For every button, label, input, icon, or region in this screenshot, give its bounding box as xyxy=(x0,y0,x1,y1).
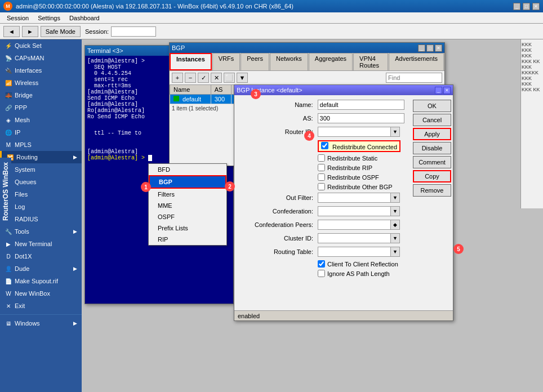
tab-instances[interactable]: Instances xyxy=(170,53,212,70)
out-filter-input[interactable] xyxy=(318,193,391,203)
safe-mode-button[interactable]: Safe Mode xyxy=(41,26,81,37)
context-item-prefix-lists[interactable]: Prefix Lists xyxy=(149,222,226,234)
menu-bar: Session Settings Dashboard xyxy=(0,12,543,24)
routing-table-dropdown[interactable]: ▼ xyxy=(391,247,400,257)
minimize-btn[interactable]: _ xyxy=(513,3,520,10)
as-input[interactable] xyxy=(318,113,404,123)
context-item-rip[interactable]: RIP xyxy=(149,234,226,245)
context-item-filters[interactable]: Filters xyxy=(149,189,226,200)
sidebar-item-files[interactable]: 📁 Files xyxy=(0,188,82,201)
sidebar-item-radius[interactable]: R RADIUS xyxy=(0,213,82,225)
col-as[interactable]: AS xyxy=(211,85,232,95)
redistribute-connected-checkbox[interactable] xyxy=(321,142,328,149)
close-btn[interactable]: ✕ xyxy=(532,3,540,10)
sidebar-item-wireless[interactable]: 📶 Wireless xyxy=(0,77,82,89)
bgp-maximize[interactable]: □ xyxy=(426,44,434,52)
menu-settings[interactable]: Settings xyxy=(33,14,65,22)
cluster-id-label: Cluster ID: xyxy=(240,235,313,242)
remove-btn[interactable]: − xyxy=(185,73,196,83)
router-id-input[interactable] xyxy=(318,127,391,137)
context-item-mme[interactable]: MME xyxy=(149,200,226,211)
cancel-btn[interactable]: ✕ xyxy=(211,73,222,83)
sidebar-item-ppp[interactable]: 🔗 PPP xyxy=(0,101,82,114)
title-bar: M admin@50:00:00:02:00:00 (Alestra) via … xyxy=(0,0,543,12)
redistribute-static-checkbox[interactable] xyxy=(318,154,325,162)
out-filter-dropdown[interactable]: ▼ xyxy=(391,193,400,203)
confederation-peers-label: Confederation Peers: xyxy=(240,221,313,228)
redistribute-rip-checkbox[interactable] xyxy=(318,164,325,171)
filter-btn[interactable]: ▼ xyxy=(237,73,248,83)
sidebar-item-routing[interactable]: 🔀 Routing ▶ xyxy=(0,151,82,163)
tab-networks[interactable]: Networks xyxy=(270,53,308,70)
sidebar-item-tools[interactable]: 🔧 Tools ▶ xyxy=(0,225,82,238)
sidebar-item-log[interactable]: 📋 Log xyxy=(0,201,82,213)
tab-vpn4-routes[interactable]: VPN4 Routes xyxy=(353,53,388,70)
maximize-btn[interactable]: □ xyxy=(523,3,530,10)
redistribute-connected-label: Redistribute Connected xyxy=(332,144,397,150)
cluster-id-input[interactable] xyxy=(318,233,391,243)
tab-advertisements[interactable]: Advertisements xyxy=(389,53,444,70)
bgp-detail-close[interactable]: ✕ xyxy=(443,87,451,94)
col-name[interactable]: Name xyxy=(170,85,211,95)
bgp-detail-minimize[interactable]: _ xyxy=(435,87,442,94)
cancel-button[interactable]: Cancel xyxy=(413,114,451,126)
client-to-client-checkbox[interactable] xyxy=(318,260,325,268)
sidebar-label-mesh: Mesh xyxy=(15,117,30,123)
tab-aggregates[interactable]: Aggregates xyxy=(309,53,353,70)
sidebar-item-new-terminal[interactable]: ▶ New Terminal xyxy=(0,238,82,250)
sidebar-item-bridge[interactable]: 🌉 Bridge xyxy=(0,89,82,101)
ok-button[interactable]: OK xyxy=(413,100,451,112)
routing-table-input[interactable] xyxy=(318,247,391,257)
redistribute-other-bgp-checkbox[interactable] xyxy=(318,183,325,190)
bgp-detail-titlebar[interactable]: BGP Instance <default> _ ✕ xyxy=(234,85,453,95)
back-button[interactable]: ◄ xyxy=(3,26,20,37)
sidebar-item-new-winbox[interactable]: W New WinBox xyxy=(0,287,82,300)
log-icon: 📋 xyxy=(5,203,12,211)
sidebar-item-exit[interactable]: ✕ Exit xyxy=(0,300,82,312)
disable-button[interactable]: Disable xyxy=(413,142,451,154)
name-input[interactable] xyxy=(318,100,404,110)
sidebar-item-ip[interactable]: 🌐 IP xyxy=(0,126,82,139)
sidebar-item-caps-man[interactable]: 📡 CAPsMAN xyxy=(0,52,82,64)
confederation-peers-dropdown-btn[interactable]: ◆ xyxy=(391,220,400,230)
cluster-id-dropdown[interactable]: ▼ xyxy=(391,233,400,243)
sidebar-item-interfaces[interactable]: 🔌 Interfaces xyxy=(0,64,82,77)
forward-button[interactable]: ► xyxy=(22,26,38,37)
bgp-minimize[interactable]: _ xyxy=(418,44,425,52)
context-item-bgp[interactable]: BGP xyxy=(149,175,226,189)
router-id-dropdown[interactable]: ▼ xyxy=(391,127,400,137)
sidebar-item-quick-set[interactable]: ⚡ Quick Set xyxy=(0,39,82,52)
confederation-peers-input[interactable] xyxy=(318,220,391,230)
add-btn[interactable]: + xyxy=(172,73,183,83)
sidebar-item-mesh[interactable]: ◈ Mesh xyxy=(0,114,82,126)
apply-button[interactable]: Apply xyxy=(413,128,451,140)
sidebar-item-queues[interactable]: ≡ Queues xyxy=(0,176,82,188)
session-input[interactable] xyxy=(111,26,156,37)
ignore-as-path-checkbox[interactable] xyxy=(318,270,325,277)
bgp-detail-form: Name: AS: Router ID: ▼ xyxy=(234,95,410,284)
copy-button[interactable]: Copy xyxy=(413,170,451,182)
menu-dashboard[interactable]: Dashboard xyxy=(65,14,104,22)
confederation-input[interactable] xyxy=(318,206,391,216)
edit-btn[interactable]: ✓ xyxy=(198,73,209,83)
redistribute-ospf-checkbox[interactable] xyxy=(318,173,325,181)
sidebar-item-dude[interactable]: 👤 Dude ▶ xyxy=(0,262,82,275)
sidebar-item-mpls[interactable]: M MPLS xyxy=(0,139,82,151)
tab-vrfs[interactable]: VRFs xyxy=(212,53,241,70)
remove-button[interactable]: Remove xyxy=(413,184,451,197)
sidebar-item-windows[interactable]: 🖥 Windows ▶ xyxy=(0,317,82,329)
wireless-icon: 📶 xyxy=(5,79,12,87)
bgp-instances-titlebar[interactable]: BGP _ □ ✕ xyxy=(170,43,444,53)
bgp-close[interactable]: ✕ xyxy=(435,44,442,52)
menu-session[interactable]: Session xyxy=(2,14,33,22)
sidebar-item-dot1x[interactable]: D Dot1X xyxy=(0,250,82,262)
context-item-bfd[interactable]: BFD xyxy=(149,164,226,175)
confederation-dropdown[interactable]: ▼ xyxy=(391,206,400,216)
sidebar-item-make-supout[interactable]: 📄 Make Supout.rif xyxy=(0,275,82,287)
sidebar-item-system[interactable]: ⚙ System xyxy=(0,163,82,176)
context-item-ospf[interactable]: OSPF xyxy=(149,211,226,222)
tab-peers[interactable]: Peers xyxy=(241,53,269,70)
find-input[interactable] xyxy=(386,73,442,83)
comment-button[interactable]: Comment xyxy=(413,156,451,168)
copy-btn[interactable]: ⬜ xyxy=(224,73,235,83)
